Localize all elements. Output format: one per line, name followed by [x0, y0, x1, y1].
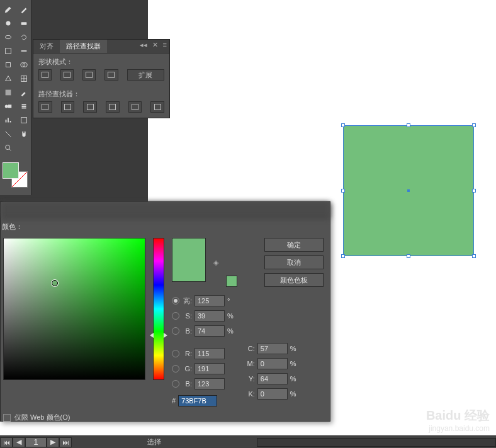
- tool-shapebuilder[interactable]: [16, 58, 31, 72]
- color-picker-dialog: 颜色： ◈ 确定 取消 颜色色板 高: [0, 201, 330, 422]
- panel-menu-icon[interactable]: ≡: [163, 41, 167, 49]
- tool-artboard[interactable]: [16, 113, 31, 127]
- color-swatches[interactable]: [3, 162, 26, 191]
- panel-close-icon[interactable]: ✕: [152, 41, 158, 49]
- tab-align[interactable]: 对齐: [33, 40, 60, 53]
- tool-blob[interactable]: [0, 16, 16, 30]
- saturation-value-field[interactable]: [3, 238, 145, 380]
- shape-mode-intersect[interactable]: [82, 69, 96, 81]
- svg-rect-4: [6, 63, 10, 67]
- tool-ellipse[interactable]: [0, 30, 16, 44]
- pathfinder-divide[interactable]: [38, 101, 52, 113]
- radio-h[interactable]: [172, 297, 179, 305]
- color-preview: [172, 238, 206, 282]
- tool-mesh[interactable]: [16, 72, 31, 86]
- shape-mode-exclude[interactable]: [104, 69, 118, 81]
- svg-rect-10: [8, 104, 11, 108]
- svg-point-9: [4, 104, 8, 108]
- nav-next[interactable]: ▶: [47, 437, 59, 447]
- nav-last[interactable]: ⏭: [59, 437, 72, 447]
- web-only-checkbox[interactable]: [3, 414, 11, 422]
- handle-top-left[interactable]: [341, 123, 345, 127]
- dialog-titlebar[interactable]: [1, 202, 330, 218]
- panel-collapse-icon[interactable]: ◂◂: [140, 41, 147, 49]
- input-bv[interactable]: [194, 325, 225, 337]
- tool-gradient[interactable]: [0, 86, 16, 99]
- suffix-k: %: [290, 390, 296, 398]
- bottom-bar: ⏮ ◀ ▶ ⏭ 选择: [0, 435, 496, 448]
- pathfinder-crop[interactable]: [106, 101, 120, 113]
- pathfinder-minus-back[interactable]: [150, 101, 164, 113]
- svg-point-12: [5, 145, 9, 150]
- input-g[interactable]: [194, 363, 225, 374]
- suffix-c: %: [290, 345, 296, 352]
- handle-right[interactable]: [472, 189, 476, 193]
- suffix-h: °: [227, 297, 230, 305]
- horizontal-scrollbar[interactable]: [257, 438, 496, 447]
- fill-swatch[interactable]: [3, 162, 19, 179]
- tool-perspective[interactable]: [0, 72, 16, 86]
- handle-bottom-right[interactable]: [472, 254, 476, 258]
- input-m[interactable]: [257, 358, 288, 369]
- label-g: G:: [182, 365, 192, 372]
- suffix-m: %: [290, 360, 296, 367]
- input-y[interactable]: [257, 373, 288, 384]
- pathfinder-outline[interactable]: [128, 101, 142, 113]
- tool-scale[interactable]: [0, 44, 16, 58]
- swatches-button[interactable]: 颜色色板: [264, 273, 324, 287]
- toolbar: [0, 0, 31, 195]
- cancel-button[interactable]: 取消: [264, 255, 324, 269]
- shape-mode-minus-front[interactable]: [60, 69, 74, 81]
- input-hex[interactable]: [178, 395, 217, 406]
- input-h[interactable]: [194, 295, 225, 306]
- input-k[interactable]: [257, 388, 288, 400]
- input-c[interactable]: [257, 343, 288, 354]
- nav-first[interactable]: ⏮: [0, 437, 13, 447]
- nav-prev[interactable]: ◀: [13, 437, 25, 447]
- handle-bottom[interactable]: [407, 254, 410, 258]
- tool-freetransform[interactable]: [0, 58, 16, 72]
- radio-g[interactable]: [172, 365, 179, 372]
- svg-rect-3: [5, 48, 11, 54]
- tool-brush[interactable]: [0, 3, 16, 16]
- tool-zoom[interactable]: [0, 141, 16, 155]
- hue-pointer-right[interactable]: [164, 333, 167, 338]
- tool-graph[interactable]: [0, 113, 16, 127]
- tool-eyedropper[interactable]: [16, 86, 31, 99]
- tool-slice[interactable]: [0, 127, 16, 141]
- handle-bottom-left[interactable]: [341, 254, 345, 258]
- pathfinder-trim[interactable]: [61, 101, 75, 113]
- pathfinder-merge[interactable]: [83, 101, 97, 113]
- hue-pointer-left[interactable]: [150, 333, 154, 338]
- label-s: S:: [182, 312, 192, 320]
- handle-left[interactable]: [341, 189, 345, 193]
- radio-b[interactable]: [172, 380, 179, 388]
- shape-mode-unite[interactable]: [38, 69, 52, 81]
- tool-pencil[interactable]: [16, 3, 31, 16]
- ok-button[interactable]: 确定: [264, 238, 324, 252]
- watermark-brand: Baidu 经验: [426, 407, 490, 424]
- selected-rectangle[interactable]: [344, 126, 473, 255]
- svg-rect-11: [21, 118, 26, 123]
- label-y: Y:: [245, 375, 255, 383]
- radio-r[interactable]: [172, 350, 179, 357]
- radio-s[interactable]: [172, 312, 179, 320]
- page-input[interactable]: [25, 437, 47, 447]
- handle-top-right[interactable]: [472, 123, 476, 127]
- input-b[interactable]: [194, 378, 225, 389]
- expand-button[interactable]: 扩展: [127, 69, 164, 81]
- input-r[interactable]: [194, 348, 225, 359]
- label-c: C:: [245, 345, 255, 352]
- sv-cursor[interactable]: [52, 280, 58, 286]
- tool-rotate[interactable]: [16, 30, 31, 44]
- tool-eraser[interactable]: [16, 16, 31, 30]
- tool-symbol[interactable]: [16, 99, 31, 113]
- tab-pathfinder[interactable]: 路径查找器: [60, 40, 107, 53]
- tool-width[interactable]: [16, 44, 31, 58]
- tool-hand[interactable]: [16, 127, 31, 141]
- handle-top[interactable]: [407, 123, 410, 127]
- radio-bv[interactable]: [172, 327, 179, 335]
- tool-blend[interactable]: [0, 99, 16, 113]
- input-s[interactable]: [194, 310, 225, 322]
- hue-strip[interactable]: [153, 238, 164, 380]
